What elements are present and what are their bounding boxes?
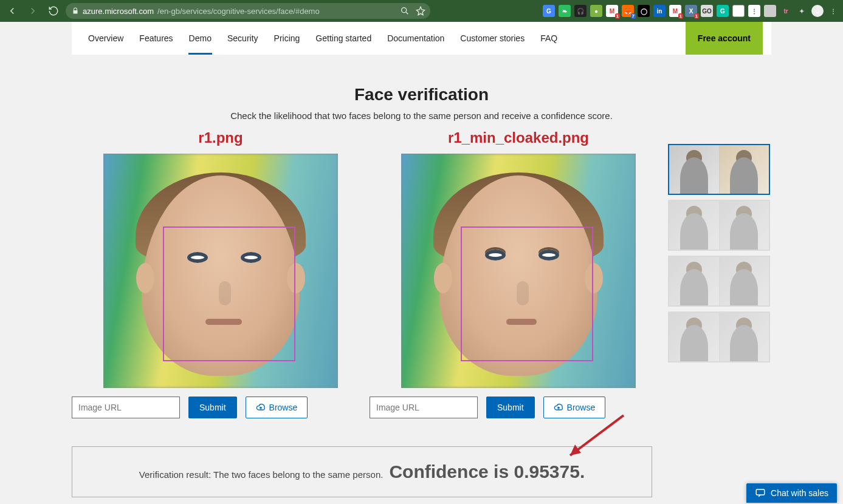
ext-black-circle-icon[interactable]: ◯ [638, 5, 650, 17]
sample-thumbnails [668, 121, 771, 418]
result-confidence: Confidence is 0.95375. [389, 461, 585, 482]
sample-thumbnail-4[interactable] [668, 312, 770, 363]
result-prefix: Verification result: The two faces belon… [139, 469, 384, 480]
ext-doc-icon[interactable] [732, 5, 745, 17]
nav-features[interactable]: Features [131, 22, 181, 55]
nav-faq[interactable]: FAQ [532, 22, 565, 55]
annotation-right-filename: r1_min_cloaked.png [370, 129, 667, 146]
page-subtitle: Check the likelihood that two faces belo… [0, 111, 843, 121]
ext-gmail2-icon[interactable]: M1 [669, 5, 681, 17]
back-button[interactable] [4, 2, 21, 19]
ext-headphones-icon[interactable]: 🎧 [574, 5, 587, 17]
forward-button[interactable] [24, 2, 41, 19]
upload-cloud-icon [256, 403, 266, 412]
url-path: /en-gb/services/cognitive-services/face/… [157, 7, 320, 16]
annotation-left-filename: r1.png [72, 129, 370, 146]
lock-icon [72, 7, 79, 15]
ext-tr-icon[interactable]: tr [780, 5, 792, 17]
content-area: Face verification Check the likelihood t… [0, 55, 843, 497]
left-controls: Submit Browse [72, 397, 370, 418]
reload-button[interactable] [45, 2, 62, 19]
browser-chrome-bar: azure.microsoft.com/en-gb/services/cogni… [0, 0, 843, 22]
ext-go-icon[interactable]: GO [701, 5, 713, 17]
ext-linkedin-icon[interactable]: in [653, 5, 666, 17]
left-face-image [103, 154, 338, 388]
sample-thumbnail-1[interactable] [668, 144, 770, 195]
ext-gmail1-icon[interactable]: M1 [606, 5, 618, 17]
ext-fox-icon[interactable]: 🦊7 [622, 5, 634, 17]
star-icon[interactable] [416, 6, 425, 16]
ext-gtranslate-icon[interactable]: G [543, 5, 555, 17]
svg-rect-3 [756, 489, 765, 495]
nav-overview[interactable]: Overview [80, 22, 131, 55]
browse-label: Browse [269, 403, 298, 412]
chat-icon [755, 488, 766, 499]
ext-grammarly-icon[interactable]: G [717, 5, 729, 17]
secondary-nav: Overview Features Demo Security Pricing … [72, 22, 771, 55]
right-image-url-input[interactable] [370, 397, 478, 418]
free-account-button[interactable]: Free account [686, 22, 763, 55]
svg-point-0 [402, 8, 407, 13]
left-image-url-input[interactable] [72, 397, 180, 418]
annotation-arrow-icon [557, 410, 630, 465]
chrome-menu-icon[interactable]: ⋮ [827, 5, 839, 17]
ext-evernote-icon[interactable]: ❧ [559, 5, 571, 17]
nav-customer-stories[interactable]: Customer stories [452, 22, 532, 55]
page-container: Overview Features Demo Security Pricing … [72, 22, 771, 55]
nav-documentation[interactable]: Documentation [379, 22, 452, 55]
avatar[interactable]: ☺ [811, 5, 824, 17]
url-host: azure.microsoft.com [83, 7, 154, 16]
nav-pricing[interactable]: Pricing [266, 22, 308, 55]
ext-x-icon[interactable]: X1 [685, 5, 697, 17]
ext-puzzle-icon[interactable]: ✦ [796, 5, 808, 17]
ext-green-dot-icon[interactable]: ● [590, 5, 602, 17]
chat-with-sales-button[interactable]: Chat with sales [746, 483, 837, 503]
page-title: Face verification [0, 85, 843, 104]
nav-demo[interactable]: Demo [181, 22, 219, 55]
left-panel: r1.png Submit Browse [72, 121, 370, 418]
zoom-icon[interactable] [400, 6, 410, 16]
detection-box-left [163, 226, 295, 361]
ext-pinned-icon[interactable]: ⋮ [748, 5, 760, 17]
ext-grey-icon[interactable] [764, 5, 776, 17]
nav-security[interactable]: Security [219, 22, 266, 55]
sample-thumbnail-2[interactable] [668, 200, 770, 251]
left-submit-button[interactable]: Submit [188, 397, 237, 418]
sample-thumbnail-3[interactable] [668, 256, 770, 307]
right-submit-button[interactable]: Submit [486, 397, 535, 418]
right-panel: r1_min_cloaked.png Submit Browse [370, 121, 667, 418]
nav-getting-started[interactable]: Getting started [308, 22, 379, 55]
chat-label: Chat with sales [771, 488, 828, 498]
verification-result-box: Verification result: The two faces belon… [72, 446, 652, 497]
right-face-image [401, 154, 636, 388]
extension-icons: G ❧ 🎧 ● M1 🦊7 ◯ in M1 X1 GO G ⋮ tr ✦ ☺ ⋮ [543, 5, 839, 17]
address-bar[interactable]: azure.microsoft.com/en-gb/services/cogni… [66, 3, 430, 19]
left-browse-button[interactable]: Browse [246, 397, 308, 418]
detection-box-right [461, 226, 593, 361]
